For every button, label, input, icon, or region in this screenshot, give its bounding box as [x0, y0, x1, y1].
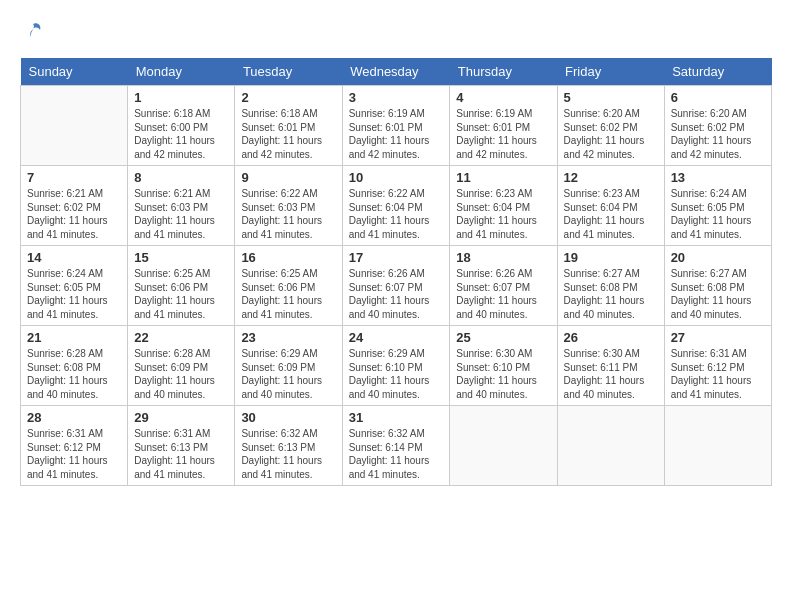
calendar-cell: 8Sunrise: 6:21 AM Sunset: 6:03 PM Daylig…: [128, 166, 235, 246]
day-info: Sunrise: 6:20 AM Sunset: 6:02 PM Dayligh…: [564, 107, 658, 161]
day-info: Sunrise: 6:29 AM Sunset: 6:10 PM Dayligh…: [349, 347, 444, 401]
day-info: Sunrise: 6:25 AM Sunset: 6:06 PM Dayligh…: [134, 267, 228, 321]
day-number: 4: [456, 90, 550, 105]
day-info: Sunrise: 6:26 AM Sunset: 6:07 PM Dayligh…: [349, 267, 444, 321]
calendar-cell: 28Sunrise: 6:31 AM Sunset: 6:12 PM Dayli…: [21, 406, 128, 486]
day-number: 28: [27, 410, 121, 425]
weekday-header-friday: Friday: [557, 58, 664, 86]
day-number: 7: [27, 170, 121, 185]
day-info: Sunrise: 6:31 AM Sunset: 6:12 PM Dayligh…: [27, 427, 121, 481]
day-number: 26: [564, 330, 658, 345]
calendar-cell: 30Sunrise: 6:32 AM Sunset: 6:13 PM Dayli…: [235, 406, 342, 486]
day-number: 13: [671, 170, 765, 185]
day-info: Sunrise: 6:22 AM Sunset: 6:03 PM Dayligh…: [241, 187, 335, 241]
calendar-cell: [557, 406, 664, 486]
day-number: 15: [134, 250, 228, 265]
day-info: Sunrise: 6:24 AM Sunset: 6:05 PM Dayligh…: [671, 187, 765, 241]
calendar-cell: [450, 406, 557, 486]
calendar-cell: 21Sunrise: 6:28 AM Sunset: 6:08 PM Dayli…: [21, 326, 128, 406]
day-number: 1: [134, 90, 228, 105]
day-info: Sunrise: 6:28 AM Sunset: 6:08 PM Dayligh…: [27, 347, 121, 401]
day-info: Sunrise: 6:23 AM Sunset: 6:04 PM Dayligh…: [564, 187, 658, 241]
day-info: Sunrise: 6:19 AM Sunset: 6:01 PM Dayligh…: [456, 107, 550, 161]
day-info: Sunrise: 6:19 AM Sunset: 6:01 PM Dayligh…: [349, 107, 444, 161]
day-number: 10: [349, 170, 444, 185]
day-info: Sunrise: 6:32 AM Sunset: 6:13 PM Dayligh…: [241, 427, 335, 481]
day-info: Sunrise: 6:31 AM Sunset: 6:12 PM Dayligh…: [671, 347, 765, 401]
logo-bird-icon: [22, 20, 44, 42]
calendar-cell: [21, 86, 128, 166]
day-number: 21: [27, 330, 121, 345]
day-number: 3: [349, 90, 444, 105]
day-number: 25: [456, 330, 550, 345]
calendar-cell: 4Sunrise: 6:19 AM Sunset: 6:01 PM Daylig…: [450, 86, 557, 166]
day-number: 30: [241, 410, 335, 425]
day-number: 22: [134, 330, 228, 345]
day-number: 17: [349, 250, 444, 265]
calendar-cell: 25Sunrise: 6:30 AM Sunset: 6:10 PM Dayli…: [450, 326, 557, 406]
day-number: 20: [671, 250, 765, 265]
calendar-cell: 3Sunrise: 6:19 AM Sunset: 6:01 PM Daylig…: [342, 86, 450, 166]
calendar-cell: 10Sunrise: 6:22 AM Sunset: 6:04 PM Dayli…: [342, 166, 450, 246]
day-info: Sunrise: 6:32 AM Sunset: 6:14 PM Dayligh…: [349, 427, 444, 481]
weekday-header-saturday: Saturday: [664, 58, 771, 86]
calendar-week-row: 14Sunrise: 6:24 AM Sunset: 6:05 PM Dayli…: [21, 246, 772, 326]
logo-text-block: [20, 20, 46, 42]
calendar-cell: 23Sunrise: 6:29 AM Sunset: 6:09 PM Dayli…: [235, 326, 342, 406]
day-info: Sunrise: 6:26 AM Sunset: 6:07 PM Dayligh…: [456, 267, 550, 321]
calendar-cell: 24Sunrise: 6:29 AM Sunset: 6:10 PM Dayli…: [342, 326, 450, 406]
calendar-cell: 6Sunrise: 6:20 AM Sunset: 6:02 PM Daylig…: [664, 86, 771, 166]
calendar-cell: 12Sunrise: 6:23 AM Sunset: 6:04 PM Dayli…: [557, 166, 664, 246]
calendar-table: SundayMondayTuesdayWednesdayThursdayFrid…: [20, 58, 772, 486]
day-number: 16: [241, 250, 335, 265]
calendar-cell: 29Sunrise: 6:31 AM Sunset: 6:13 PM Dayli…: [128, 406, 235, 486]
day-info: Sunrise: 6:18 AM Sunset: 6:00 PM Dayligh…: [134, 107, 228, 161]
calendar-cell: 27Sunrise: 6:31 AM Sunset: 6:12 PM Dayli…: [664, 326, 771, 406]
calendar-cell: 13Sunrise: 6:24 AM Sunset: 6:05 PM Dayli…: [664, 166, 771, 246]
page-header: [20, 20, 772, 42]
weekday-header-monday: Monday: [128, 58, 235, 86]
calendar-cell: 20Sunrise: 6:27 AM Sunset: 6:08 PM Dayli…: [664, 246, 771, 326]
weekday-header-thursday: Thursday: [450, 58, 557, 86]
weekday-header-tuesday: Tuesday: [235, 58, 342, 86]
calendar-cell: 17Sunrise: 6:26 AM Sunset: 6:07 PM Dayli…: [342, 246, 450, 326]
day-info: Sunrise: 6:27 AM Sunset: 6:08 PM Dayligh…: [564, 267, 658, 321]
day-info: Sunrise: 6:25 AM Sunset: 6:06 PM Dayligh…: [241, 267, 335, 321]
calendar-cell: 15Sunrise: 6:25 AM Sunset: 6:06 PM Dayli…: [128, 246, 235, 326]
day-info: Sunrise: 6:21 AM Sunset: 6:03 PM Dayligh…: [134, 187, 228, 241]
day-info: Sunrise: 6:29 AM Sunset: 6:09 PM Dayligh…: [241, 347, 335, 401]
calendar-cell: 16Sunrise: 6:25 AM Sunset: 6:06 PM Dayli…: [235, 246, 342, 326]
calendar-cell: 31Sunrise: 6:32 AM Sunset: 6:14 PM Dayli…: [342, 406, 450, 486]
calendar-week-row: 1Sunrise: 6:18 AM Sunset: 6:00 PM Daylig…: [21, 86, 772, 166]
calendar-header-row: SundayMondayTuesdayWednesdayThursdayFrid…: [21, 58, 772, 86]
day-number: 11: [456, 170, 550, 185]
day-info: Sunrise: 6:30 AM Sunset: 6:11 PM Dayligh…: [564, 347, 658, 401]
day-info: Sunrise: 6:24 AM Sunset: 6:05 PM Dayligh…: [27, 267, 121, 321]
day-info: Sunrise: 6:23 AM Sunset: 6:04 PM Dayligh…: [456, 187, 550, 241]
day-number: 5: [564, 90, 658, 105]
logo: [20, 20, 46, 42]
calendar-cell: 5Sunrise: 6:20 AM Sunset: 6:02 PM Daylig…: [557, 86, 664, 166]
day-number: 27: [671, 330, 765, 345]
day-number: 19: [564, 250, 658, 265]
weekday-header-wednesday: Wednesday: [342, 58, 450, 86]
weekday-header-sunday: Sunday: [21, 58, 128, 86]
calendar-cell: 26Sunrise: 6:30 AM Sunset: 6:11 PM Dayli…: [557, 326, 664, 406]
calendar-week-row: 7Sunrise: 6:21 AM Sunset: 6:02 PM Daylig…: [21, 166, 772, 246]
day-number: 29: [134, 410, 228, 425]
day-number: 14: [27, 250, 121, 265]
day-number: 6: [671, 90, 765, 105]
day-number: 9: [241, 170, 335, 185]
day-info: Sunrise: 6:22 AM Sunset: 6:04 PM Dayligh…: [349, 187, 444, 241]
day-number: 2: [241, 90, 335, 105]
calendar-cell: 22Sunrise: 6:28 AM Sunset: 6:09 PM Dayli…: [128, 326, 235, 406]
calendar-week-row: 28Sunrise: 6:31 AM Sunset: 6:12 PM Dayli…: [21, 406, 772, 486]
day-number: 24: [349, 330, 444, 345]
calendar-cell: 7Sunrise: 6:21 AM Sunset: 6:02 PM Daylig…: [21, 166, 128, 246]
calendar-cell: 19Sunrise: 6:27 AM Sunset: 6:08 PM Dayli…: [557, 246, 664, 326]
day-info: Sunrise: 6:31 AM Sunset: 6:13 PM Dayligh…: [134, 427, 228, 481]
day-info: Sunrise: 6:27 AM Sunset: 6:08 PM Dayligh…: [671, 267, 765, 321]
day-number: 23: [241, 330, 335, 345]
calendar-cell: 18Sunrise: 6:26 AM Sunset: 6:07 PM Dayli…: [450, 246, 557, 326]
day-info: Sunrise: 6:18 AM Sunset: 6:01 PM Dayligh…: [241, 107, 335, 161]
